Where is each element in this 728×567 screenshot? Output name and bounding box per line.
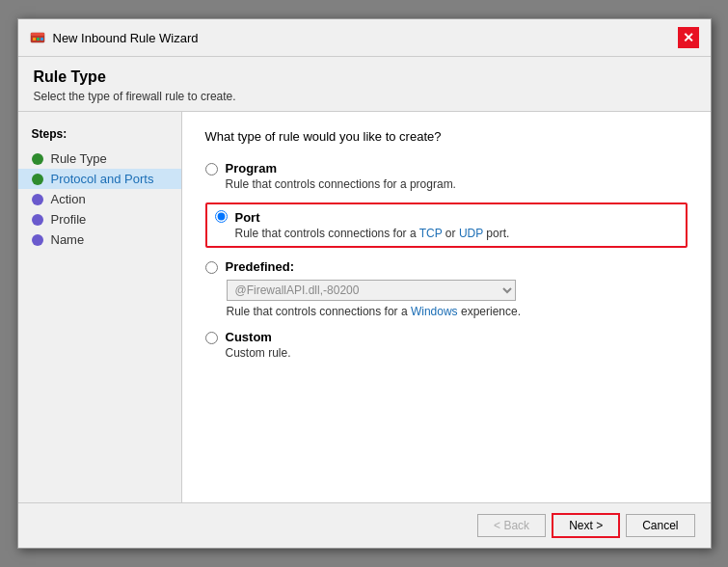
option-custom-desc: Custom rule. xyxy=(226,346,291,360)
content-area: Steps: Rule Type Protocol and Ports Acti… xyxy=(18,112,711,502)
windows-link[interactable]: Windows xyxy=(411,305,458,318)
option-port-desc: Rule that controls connections for a TCP… xyxy=(235,227,510,240)
next-button[interactable]: Next > xyxy=(552,513,620,538)
radio-program[interactable] xyxy=(205,163,218,176)
sidebar-item-protocol-ports[interactable]: Protocol and Ports xyxy=(18,169,181,189)
title-bar-left: New Inbound Rule Wizard xyxy=(30,30,199,45)
sidebar-label-rule-type: Rule Type xyxy=(51,151,107,166)
predefined-label-row: Predefined: xyxy=(205,259,688,274)
cancel-button[interactable]: Cancel xyxy=(626,514,694,537)
radio-predefined[interactable] xyxy=(205,261,218,274)
option-port-wrapper: Port Rule that controls connections for … xyxy=(205,202,688,248)
sidebar-label-name: Name xyxy=(51,232,85,247)
sidebar-item-rule-type[interactable]: Rule Type xyxy=(18,148,181,169)
port-desc-prefix: Rule that controls connections for a xyxy=(235,227,419,240)
radio-port[interactable] xyxy=(215,210,228,223)
option-program-label[interactable]: Program Rule that controls connections f… xyxy=(205,161,688,191)
page-title: Rule Type xyxy=(34,68,695,86)
option-custom-label[interactable]: Custom Custom rule. xyxy=(205,330,688,360)
option-custom-title: Custom xyxy=(226,330,291,344)
steps-label: Steps: xyxy=(18,123,181,145)
step-dot-profile xyxy=(32,214,43,226)
title-bar: New Inbound Rule Wizard ✕ xyxy=(18,19,711,57)
svg-rect-3 xyxy=(37,38,40,40)
step-dot-rule-type xyxy=(32,153,43,165)
option-predefined-title: Predefined: xyxy=(226,259,295,274)
option-port-label[interactable]: Port Rule that controls connections for … xyxy=(215,210,678,240)
option-predefined: Predefined: @FirewallAPI.dll,-80200 Rule… xyxy=(205,259,688,318)
radio-custom[interactable] xyxy=(205,332,218,344)
dialog-window: New Inbound Rule Wizard ✕ Rule Type Sele… xyxy=(17,18,712,549)
port-desc-middle: or xyxy=(443,227,459,240)
port-desc-suffix: port. xyxy=(483,227,509,240)
tcp-link[interactable]: TCP xyxy=(419,227,443,240)
udp-link[interactable]: UDP xyxy=(459,227,483,240)
sidebar-label-protocol-ports: Protocol and Ports xyxy=(51,172,154,186)
predefined-desc-suffix: experience. xyxy=(458,305,521,318)
svg-rect-4 xyxy=(40,38,43,40)
step-dot-protocol xyxy=(32,174,43,185)
predefined-desc: Rule that controls connections for a Win… xyxy=(227,305,688,318)
back-button[interactable]: < Back xyxy=(477,514,546,537)
sidebar: Steps: Rule Type Protocol and Ports Acti… xyxy=(18,112,182,502)
svg-rect-2 xyxy=(33,38,36,40)
option-program-desc: Rule that controls connections for a pro… xyxy=(226,177,456,191)
sidebar-item-name[interactable]: Name xyxy=(18,230,181,250)
sidebar-item-profile[interactable]: Profile xyxy=(18,209,181,230)
question-text: What type of rule would you like to crea… xyxy=(205,129,688,144)
close-button[interactable]: ✕ xyxy=(678,27,699,48)
sidebar-label-action: Action xyxy=(51,192,86,206)
option-port-title: Port xyxy=(235,210,510,225)
predefined-select[interactable]: @FirewallAPI.dll,-80200 xyxy=(227,280,516,301)
dialog-title: New Inbound Rule Wizard xyxy=(53,31,199,45)
svg-rect-1 xyxy=(31,33,44,36)
predefined-desc-prefix: Rule that controls connections for a xyxy=(227,305,411,318)
option-program-title: Program xyxy=(226,161,456,176)
sidebar-label-profile: Profile xyxy=(51,212,87,227)
firewall-icon xyxy=(30,30,45,45)
step-dot-action xyxy=(32,194,43,205)
sidebar-item-action[interactable]: Action xyxy=(18,189,181,209)
header-section: Rule Type Select the type of firewall ru… xyxy=(18,57,711,112)
option-custom: Custom Custom rule. xyxy=(205,330,688,360)
page-subtitle: Select the type of firewall rule to crea… xyxy=(34,90,695,103)
main-content: What type of rule would you like to crea… xyxy=(182,112,711,502)
predefined-dropdown-row: @FirewallAPI.dll,-80200 xyxy=(227,280,688,301)
step-dot-name xyxy=(32,234,43,246)
option-program: Program Rule that controls connections f… xyxy=(205,161,688,191)
footer: < Back Next > Cancel xyxy=(18,502,711,548)
